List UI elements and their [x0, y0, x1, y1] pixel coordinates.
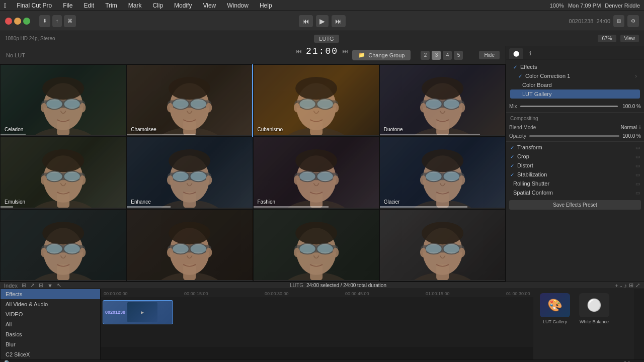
- apple-menu[interactable]: : [4, 2, 7, 10]
- hide-button[interactable]: Hide: [479, 51, 500, 59]
- change-group-button[interactable]: 📁 Change Group: [352, 50, 411, 60]
- svg-point-85: [443, 171, 459, 182]
- effect-category-2[interactable]: VIDEO: [1, 309, 100, 319]
- play-btn[interactable]: ▶: [316, 15, 329, 27]
- section-item-transform[interactable]: ✓ Transform ▭: [506, 143, 644, 152]
- group-5-btn[interactable]: 5: [454, 51, 463, 60]
- lut-name: Cubanismo: [258, 127, 283, 132]
- tab-color[interactable]: ⬤: [509, 48, 523, 59]
- effect-category-0[interactable]: Effects: [1, 289, 100, 299]
- layout-btn[interactable]: ⊞: [613, 15, 624, 27]
- battery-indicator: 100%: [550, 3, 564, 9]
- menu-modify[interactable]: Modify: [171, 1, 195, 10]
- menu-help[interactable]: Help: [257, 1, 275, 10]
- menu-file[interactable]: File: [60, 1, 75, 10]
- play-fwd-btn[interactable]: ⏭: [342, 48, 348, 55]
- tl-setting-btn[interactable]: ⊞: [629, 282, 633, 289]
- tl-btn4[interactable]: ▼: [47, 283, 53, 289]
- tl-zoom-out[interactable]: -: [620, 282, 622, 289]
- effect-icon-item[interactable]: ⚪ White Balance: [577, 293, 612, 324]
- tl-btn3[interactable]: ⊟: [39, 282, 43, 289]
- effect-category-4[interactable]: Basics: [1, 329, 100, 339]
- lut-cell[interactable]: Glacier: [379, 137, 506, 209]
- effect-category-3[interactable]: All: [1, 319, 100, 329]
- lut-cell[interactable]: Fashion: [253, 137, 379, 209]
- lut-cell[interactable]: [0, 209, 126, 282]
- mix-slider[interactable]: [520, 106, 618, 107]
- tab-info[interactable]: ℹ: [525, 48, 535, 59]
- lut-cell[interactable]: Emulsion: [0, 137, 126, 209]
- svg-point-108: [167, 248, 173, 257]
- lut-gallery-item[interactable]: LUT Gallery: [510, 89, 640, 99]
- view-btn[interactable]: View: [620, 35, 639, 42]
- menu-trim[interactable]: Trim: [102, 1, 120, 10]
- effect-category-6[interactable]: C2 SliceX: [1, 349, 100, 359]
- timeline-clip[interactable]: 00201238 ▶: [103, 300, 173, 324]
- effects-item[interactable]: ✓ Effects: [510, 62, 640, 71]
- tl-btn2[interactable]: ↗: [30, 282, 35, 289]
- section-label: Distort: [517, 162, 635, 168]
- lut-cell[interactable]: Enhance: [126, 137, 253, 209]
- effects-check: ✓: [513, 64, 517, 70]
- tl-duration: 24:00 selected / 24:00 total duration: [306, 283, 386, 288]
- menu-window[interactable]: Window: [224, 1, 252, 10]
- group-3-btn[interactable]: 3: [432, 51, 441, 60]
- group-numbers: 2 3 4 5: [421, 51, 463, 60]
- opacity-slider[interactable]: [529, 135, 619, 137]
- user-name: Denver Riddle: [605, 3, 640, 9]
- color-correction-item[interactable]: ✓ Color Correction 1 ›: [510, 71, 640, 80]
- duration-value: 24:00: [596, 18, 610, 24]
- group-4-btn[interactable]: 4: [443, 51, 452, 60]
- settings-btn[interactable]: ⚙: [627, 15, 639, 27]
- lutg-center: LUTG: [60, 35, 593, 43]
- section-item-stabilization[interactable]: ✓ Stabilization ▭: [506, 170, 644, 179]
- minimize-btn[interactable]: [14, 18, 21, 25]
- section-icon: ▭: [635, 145, 640, 150]
- svg-point-42: [420, 103, 426, 113]
- import-btn[interactable]: ⬇: [39, 15, 50, 27]
- blend-value: Normal: [621, 125, 637, 130]
- maximize-btn[interactable]: [23, 18, 30, 25]
- play-back-btn[interactable]: ⏮: [296, 48, 302, 55]
- quality-btn[interactable]: 67%: [598, 35, 616, 42]
- lut-cell[interactable]: [253, 209, 379, 282]
- lut-cell[interactable]: [126, 209, 253, 282]
- menu-mark[interactable]: Mark: [125, 1, 145, 10]
- section-item-rolling-shutter[interactable]: Rolling Shutter ▭: [506, 179, 644, 188]
- group-2-btn[interactable]: 2: [421, 51, 430, 60]
- menu-view[interactable]: View: [200, 1, 219, 10]
- lut-cell[interactable]: Chamoisee: [126, 64, 253, 137]
- section-item-distort[interactable]: ✓ Distort ▭: [506, 161, 644, 170]
- close-btn[interactable]: [5, 18, 12, 25]
- share-btn[interactable]: ↑: [52, 15, 62, 27]
- index-label[interactable]: Index: [4, 283, 18, 289]
- tl-icons: + - ♪ ⊞ ⤢: [615, 282, 640, 289]
- section-item-spatial-conform[interactable]: Spatial Conform ▭: [506, 188, 644, 197]
- menu-finalcutpro[interactable]: Final Cut Pro: [14, 1, 55, 10]
- tl-audio-btn[interactable]: ♪: [624, 282, 627, 289]
- menu-clip[interactable]: Clip: [149, 1, 166, 10]
- save-preset-button[interactable]: Save Effects Preset: [509, 200, 641, 210]
- lut-cell[interactable]: Cubanismo: [253, 64, 379, 137]
- tl-btn5[interactable]: ↖: [57, 282, 61, 289]
- menu-edit[interactable]: Edit: [81, 1, 98, 10]
- lut-cell[interactable]: Duotone: [379, 64, 506, 137]
- lut-cell[interactable]: [379, 209, 506, 282]
- tl-btn1[interactable]: ⊞: [22, 282, 26, 289]
- playback-end[interactable]: ⏭: [332, 15, 346, 27]
- cc-chevron: ›: [635, 73, 637, 79]
- svg-point-41: [443, 99, 459, 110]
- section-check: ✓: [510, 172, 514, 177]
- effect-icon-item[interactable]: 🎨 LUT Gallery: [537, 293, 573, 324]
- playback-control[interactable]: ⏮: [299, 15, 313, 27]
- color-board-item[interactable]: Color Board: [510, 80, 640, 89]
- keyword-btn[interactable]: ⌘: [64, 15, 76, 27]
- tl-fullscreen[interactable]: ⤢: [635, 282, 640, 289]
- lut-cell[interactable]: Celadon: [0, 64, 126, 137]
- effect-category-1[interactable]: All Video & Audio: [1, 299, 100, 309]
- tl-zoom-in[interactable]: +: [615, 282, 618, 289]
- svg-point-62: [173, 171, 189, 182]
- section-item-crop[interactable]: ✓ Crop ▭: [506, 152, 644, 161]
- svg-point-20: [167, 103, 173, 113]
- effect-category-5[interactable]: Blur: [1, 339, 100, 349]
